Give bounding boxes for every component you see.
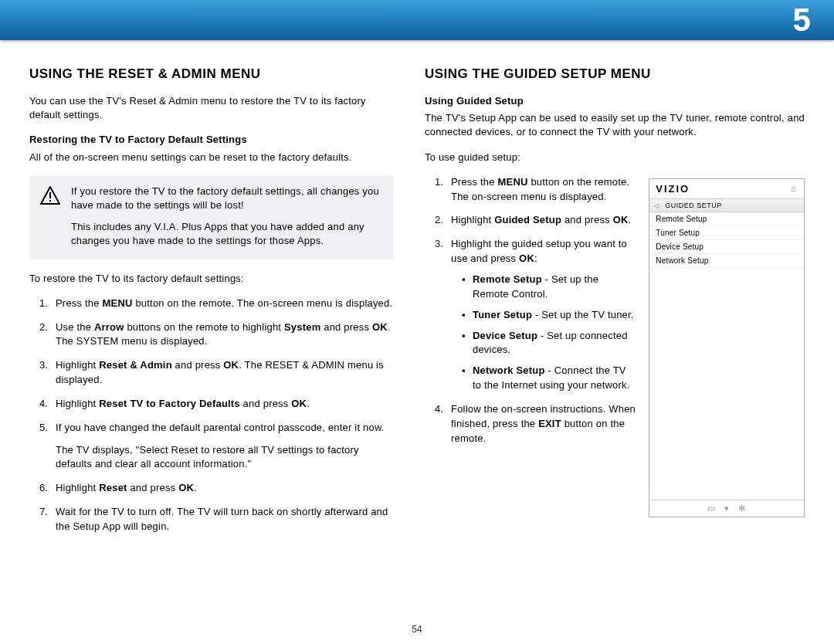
setup-options: Remote Setup - Set up the Remote Control…: [451, 273, 636, 393]
osd-titlebar: VIZIO ⌂: [649, 179, 804, 199]
step-4: Highlight Reset TV to Factory Defaults a…: [51, 397, 394, 412]
page-content: USING THE RESET & ADMIN MENU You can use…: [0, 40, 834, 544]
warning-note: If you restore the TV to the factory def…: [29, 175, 394, 259]
opt-tuner: Tuner Setup - Set up the TV tuner.: [462, 308, 636, 323]
note-line2: This includes any V.I.A. Plus Apps that …: [71, 220, 383, 248]
home-icon: ⌂: [791, 184, 798, 193]
gstep-2: Highlight Guided Setup and press OK.: [446, 213, 636, 228]
restore-steps: Press the MENU button on the remote. The…: [29, 297, 394, 534]
right-column: USING THE GUIDED SETUP MENU Using Guided…: [425, 66, 805, 544]
subhead-restoring: Restoring the TV to Factory Default Sett…: [29, 133, 394, 147]
chapter-header: 5: [0, 0, 834, 40]
guided-lead: To use guided setup:: [425, 151, 805, 164]
page-number: 54: [0, 624, 834, 635]
osd-empty-space: [649, 268, 804, 500]
heading-guided-setup: USING THE GUIDED SETUP MENU: [425, 66, 805, 82]
heading-reset-admin: USING THE RESET & ADMIN MENU: [29, 66, 394, 82]
subhead-guided: Using Guided Setup: [425, 94, 805, 108]
chapter-number: 5: [792, 2, 811, 39]
restore-lead: To restore the TV to its factory default…: [29, 272, 394, 286]
opt-network: Network Setup - Connect the TV to the In…: [462, 364, 636, 393]
svg-rect-0: [49, 192, 51, 198]
osd-menu-list: Remote Setup Tuner Setup Device Setup Ne…: [649, 212, 804, 268]
guided-steps: Press the MENU button on the remote. The…: [425, 175, 636, 446]
osd-item: Tuner Setup: [649, 226, 804, 240]
osd-item: Device Setup: [649, 240, 804, 254]
step-7: Wait for the TV to turn off. The TV will…: [51, 505, 394, 534]
step-6: Highlight Reset and press OK.: [51, 481, 394, 496]
osd-item: Network Setup: [649, 254, 804, 268]
guided-intro: The TV's Setup App can be used to easily…: [425, 111, 805, 139]
guided-instructions: Press the MENU button on the remote. The…: [425, 175, 636, 456]
left-column: USING THE RESET & ADMIN MENU You can use…: [29, 66, 394, 544]
chevron-down-icon: ▾: [724, 503, 731, 514]
restoring-text: All of the on-screen menu settings can b…: [29, 151, 394, 164]
gstep-3: Highlight the guided setup you want to u…: [446, 237, 636, 393]
wide-icon: ▭: [707, 503, 717, 514]
step-5-after: The TV displays, "Select Reset to restor…: [56, 443, 394, 473]
step-2: Use the Arrow buttons on the remote to h…: [51, 320, 394, 350]
osd-panel: VIZIO ⌂ GUIDED SETUP Remote Setup Tuner …: [649, 178, 805, 517]
step-5: If you have changed the default parental…: [51, 421, 394, 473]
warning-text: If you restore the TV to the factory def…: [71, 185, 383, 249]
gstep-1: Press the MENU button on the remote. The…: [446, 175, 636, 205]
reset-intro: You can use the TV's Reset & Admin menu …: [29, 94, 394, 122]
gear-icon: ✻: [738, 503, 747, 514]
opt-device: Device Setup - Set up connected devices.: [462, 329, 636, 358]
osd-item: Remote Setup: [649, 212, 804, 226]
step-1: Press the MENU button on the remote. The…: [51, 297, 394, 311]
svg-rect-1: [49, 200, 51, 202]
warning-icon: [40, 186, 60, 205]
step-3: Highlight Reset & Admin and press OK. Th…: [51, 358, 394, 388]
osd-footer: ▭ ▾ ✻: [649, 500, 804, 517]
osd-brand: VIZIO: [656, 183, 690, 195]
gstep-4: Follow the on-screen instructions. When …: [446, 402, 636, 446]
osd-breadcrumb: GUIDED SETUP: [649, 199, 804, 212]
opt-remote: Remote Setup - Set up the Remote Control…: [462, 273, 636, 302]
note-line1: If you restore the TV to the factory def…: [71, 185, 383, 212]
